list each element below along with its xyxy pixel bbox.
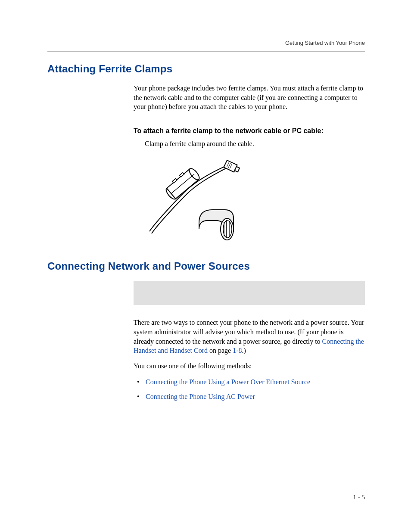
bullet-list: Connecting the Phone Using a Power Over … xyxy=(134,376,365,402)
heading-attaching-ferrite-clamps: Attaching Ferrite Clamps xyxy=(47,63,365,75)
paragraph: There are two ways to connect your phone… xyxy=(134,318,365,355)
link-page-ref[interactable]: 1-8 xyxy=(233,347,242,354)
heading-connecting-network-power: Connecting Network and Power Sources xyxy=(47,260,365,272)
ferrite-clamp-illustration-icon xyxy=(143,156,246,242)
header-rule xyxy=(47,51,365,52)
procedure-heading: To attach a ferrite clamp to the network… xyxy=(134,127,365,135)
section-body-ferrite: Your phone package includes two ferrite … xyxy=(134,84,365,242)
section-body-network: There are two ways to connect your phone… xyxy=(134,281,365,402)
note-box xyxy=(134,281,365,305)
list-item: Connecting the Phone Using a Power Over … xyxy=(134,376,365,388)
procedure-step: Clamp a ferrite clamp around the cable. xyxy=(145,139,365,149)
page-number: 1 - 5 xyxy=(353,494,365,501)
page-content: Attaching Ferrite Clamps Your phone pack… xyxy=(47,60,365,406)
running-header: Getting Started with Your Phone xyxy=(285,40,365,46)
document-page: Getting Started with Your Phone Attachin… xyxy=(0,0,411,532)
list-item: Connecting the Phone Using AC Power xyxy=(134,391,365,402)
paragraph: Your phone package includes two ferrite … xyxy=(134,84,365,112)
figure-ferrite-clamp xyxy=(143,156,365,242)
paragraph-text: on page xyxy=(208,347,233,354)
link-ac-power[interactable]: Connecting the Phone Using AC Power xyxy=(146,393,255,400)
paragraph: You can use one of the following methods… xyxy=(134,361,365,371)
paragraph-text: .) xyxy=(242,347,246,354)
link-poe-source[interactable]: Connecting the Phone Using a Power Over … xyxy=(146,378,310,386)
